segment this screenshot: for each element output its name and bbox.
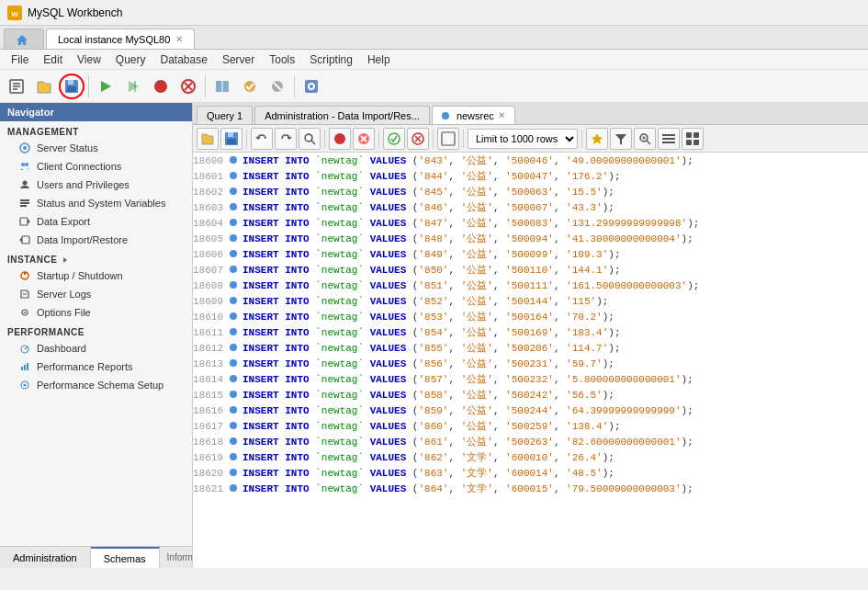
sql-statement: INSERT INTO `newtag` VALUES ('845', '公益'…	[242, 185, 614, 199]
line-number: 18620	[193, 468, 230, 479]
nav-performance-reports[interactable]: Performance Reports	[0, 357, 192, 376]
qtb-stop[interactable]	[329, 128, 351, 150]
nav-dashboard[interactable]: Dashboard	[0, 339, 192, 357]
nav-status-variables[interactable]: Status and System Variables	[0, 194, 192, 212]
qtb-zoom[interactable]	[634, 128, 656, 150]
row-dot	[230, 359, 237, 367]
performance-schema-label: Performance Schema Setup	[37, 380, 163, 391]
line-number: 18619	[193, 452, 230, 463]
performance-schema-icon	[18, 379, 31, 391]
sql-statement: INSERT INTO `newtag` VALUES ('863', '文学'…	[242, 466, 614, 480]
menu-bar: File Edit View Query Database Server Too…	[0, 50, 868, 70]
menu-view[interactable]: View	[70, 51, 108, 68]
sql-statement: INSERT INTO `newtag` VALUES ('858', '公益'…	[242, 388, 614, 402]
nav-users-privileges[interactable]: Users and Privileges	[0, 176, 192, 194]
qtb-cancel[interactable]	[407, 128, 429, 150]
menu-tools[interactable]: Tools	[262, 51, 302, 68]
qtb-more[interactable]	[682, 128, 704, 150]
status-variables-label: Status and System Variables	[37, 198, 165, 209]
sql-statement: INSERT INTO `newtag` VALUES ('850', '公益'…	[242, 263, 621, 277]
limit-select[interactable]: Limit to 1000 rows No Limit Limit to 10 …	[468, 129, 578, 149]
line-number: 18610	[193, 312, 230, 323]
main-container: Navigator MANAGEMENT Server Status Clien…	[0, 103, 868, 568]
stop-btn[interactable]	[148, 74, 174, 99]
inner-tab-admin[interactable]: Administration - Data Import/Res...	[254, 106, 430, 124]
execute-btn[interactable]	[93, 74, 118, 99]
row-dot	[230, 484, 237, 492]
line-number: 18608	[193, 280, 230, 291]
toolbar-sep-3	[294, 75, 295, 97]
qtb-save[interactable]	[220, 128, 242, 150]
qtb-check[interactable]	[383, 128, 405, 150]
sql-row: 18612INSERT INTO `newtag` VALUES ('855',…	[193, 340, 868, 356]
menu-database[interactable]: Database	[153, 51, 215, 68]
nav-startup-shutdown[interactable]: Startup / Shutdown	[0, 267, 192, 285]
row-dot	[230, 344, 237, 351]
tab-local-close[interactable]: ✕	[175, 34, 183, 44]
tab-administration[interactable]: Administration	[0, 547, 91, 568]
sql-row: 18618INSERT INTO `newtag` VALUES ('861',…	[193, 434, 868, 449]
line-number: 18601	[193, 171, 230, 182]
inner-tab-query1[interactable]: Query 1	[197, 106, 253, 124]
nav-options-file[interactable]: Options File	[0, 303, 192, 322]
svg-text:W: W	[11, 10, 18, 18]
menu-query[interactable]: Query	[108, 51, 153, 68]
qtb-open-file[interactable]	[197, 128, 219, 150]
qtb-redo[interactable]	[275, 128, 297, 150]
nav-data-export[interactable]: Data Export	[0, 212, 192, 231]
commit-btn[interactable]	[237, 74, 263, 99]
qtb-filter[interactable]	[610, 128, 632, 150]
qtb-undo[interactable]	[251, 128, 273, 150]
row-dot	[230, 328, 237, 335]
nav-server-status[interactable]: Server Status	[0, 139, 192, 157]
navigator-panel: Navigator MANAGEMENT Server Status Clien…	[0, 103, 193, 568]
tab-local-instance[interactable]: Local instance MySQL80 ✕	[46, 28, 195, 49]
save-query-btn[interactable]	[59, 74, 85, 99]
nav-performance-schema[interactable]: Performance Schema Setup	[0, 376, 192, 394]
row-dot	[230, 312, 237, 320]
nav-data-import[interactable]: Data Import/Restore	[0, 231, 192, 249]
qtb-star[interactable]	[586, 128, 608, 150]
svg-rect-47	[27, 363, 28, 370]
sql-row: 18611INSERT INTO `newtag` VALUES ('854',…	[193, 324, 868, 340]
section-management: MANAGEMENT	[0, 121, 192, 139]
menu-server[interactable]: Server	[215, 51, 262, 68]
tab-home[interactable]	[4, 28, 44, 49]
newsrec-close[interactable]: ✕	[498, 110, 505, 120]
menu-file[interactable]: File	[4, 51, 36, 68]
sql-row: 18605INSERT INTO `newtag` VALUES ('848',…	[193, 231, 868, 246]
row-dot	[230, 187, 237, 195]
toggle-btn[interactable]	[209, 74, 235, 99]
nav-client-connections[interactable]: Client Connections	[0, 157, 192, 176]
menu-edit[interactable]: Edit	[36, 51, 70, 68]
performance-reports-icon	[18, 360, 31, 373]
inner-tab-newsrec[interactable]: newsrec ✕	[432, 106, 515, 124]
sql-statement: INSERT INTO `newtag` VALUES ('851', '公益'…	[242, 278, 699, 292]
svg-marker-64	[592, 133, 603, 144]
qtb-col-toggle[interactable]	[658, 128, 680, 150]
tab-schemas[interactable]: Schemas	[91, 547, 160, 568]
qtb-search[interactable]	[299, 128, 321, 150]
menu-scripting[interactable]: Scripting	[302, 51, 360, 68]
rollback-btn[interactable]	[265, 74, 290, 99]
sql-content[interactable]: 18600INSERT INTO `newtag` VALUES ('843',…	[193, 153, 868, 568]
line-number: 18605	[193, 233, 230, 244]
schema-inspector-btn[interactable]	[299, 74, 324, 99]
nav-server-logs[interactable]: Server Logs	[0, 285, 192, 303]
server-logs-icon	[18, 288, 31, 301]
menu-help[interactable]: Help	[360, 51, 398, 68]
svg-marker-2	[17, 35, 28, 45]
svg-rect-71	[662, 138, 675, 140]
qtb-sep-2	[324, 130, 325, 148]
new-query-btn[interactable]	[4, 74, 29, 99]
line-number: 18615	[193, 390, 230, 401]
row-dot	[230, 297, 237, 304]
cancel-btn[interactable]	[175, 74, 201, 99]
qtb-wrap[interactable]	[437, 128, 459, 150]
sql-row: 18609INSERT INTO `newtag` VALUES ('852',…	[193, 293, 868, 309]
svg-line-44	[25, 346, 28, 349]
open-query-btn[interactable]	[31, 74, 57, 99]
explain-btn[interactable]	[120, 74, 146, 99]
qtb-error[interactable]	[353, 128, 375, 150]
sql-statement: INSERT INTO `newtag` VALUES ('852', '公益'…	[242, 294, 608, 308]
